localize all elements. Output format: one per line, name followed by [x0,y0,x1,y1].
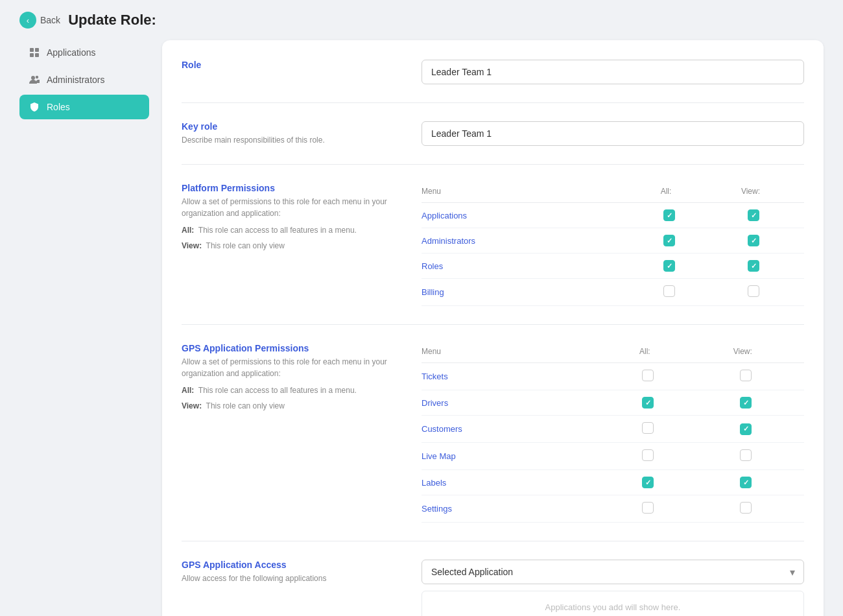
platform-col-menu: Menu [422,183,635,203]
gps-access-description: Allow access for the following applicati… [182,573,402,584]
view-drivers[interactable] [688,390,804,416]
checkbox-view-drivers[interactable] [740,397,752,409]
sidebar-roles-label: Roles [47,102,70,112]
role-input[interactable] [422,60,804,84]
all-labels[interactable] [608,470,687,495]
checkbox-view-roles[interactable] [748,260,759,272]
checkbox-all-applications[interactable] [663,209,675,221]
gps-hint-all: All: This role can access to all feature… [182,386,402,395]
view-tickets[interactable] [688,363,804,390]
checkbox-all-roles[interactable] [663,260,675,272]
checkbox-all-customers[interactable] [642,422,654,434]
svg-rect-3 [35,53,39,57]
key-role-section: Key role Describe main responsibilities … [182,121,804,165]
platform-permissions-section: Platform Permissions Allow a set of perm… [182,183,804,325]
gps-access-controls: Selected Application Applications you ad… [422,560,804,616]
sidebar: Applications Administrators Roles [19,40,149,616]
gps-hint-view: View: This role can only view [182,401,402,410]
all-tickets[interactable] [608,363,687,390]
menu-settings: Settings [422,495,608,523]
all-administrators[interactable] [635,228,704,254]
users-icon [29,74,40,86]
back-label: Back [40,15,60,25]
all-customers[interactable] [608,416,687,443]
all-applications[interactable] [635,203,704,228]
key-role-description: Describe main responsibilities of this r… [182,134,402,146]
table-row: Drivers [422,390,804,416]
table-row: Labels [422,470,804,495]
checkbox-view-applications[interactable] [748,209,759,221]
table-row: Applications [422,203,804,228]
menu-administrators: Administrators [422,228,635,254]
all-livemap[interactable] [608,443,687,470]
gps-permissions-table-area: Menu All: View: Tickets Drivers [422,343,804,523]
sidebar-item-roles[interactable]: Roles [19,95,149,119]
selected-application-select[interactable]: Selected Application [422,560,804,584]
view-applications[interactable] [704,203,804,228]
checkbox-view-livemap[interactable] [740,449,752,461]
view-settings[interactable] [688,495,804,523]
view-roles[interactable] [704,254,804,279]
view-customers[interactable] [688,416,804,443]
checkbox-all-tickets[interactable] [642,370,654,381]
platform-col-all: All: [635,183,704,203]
table-row: Customers [422,416,804,443]
menu-roles: Roles [422,254,635,279]
checkbox-all-labels[interactable] [642,477,654,488]
all-billing[interactable] [635,279,704,306]
checkbox-all-livemap[interactable] [642,449,654,461]
sidebar-administrators-label: Administrators [47,75,104,85]
svg-point-5 [36,76,38,78]
key-role-label: Key role [182,121,402,132]
menu-livemap: Live Map [422,443,608,470]
checkbox-view-settings[interactable] [740,502,752,514]
platform-hint-all: All: This role can access to all feature… [182,226,402,235]
back-button[interactable]: ‹ Back [19,12,60,29]
checkbox-view-tickets[interactable] [740,370,752,381]
checkbox-view-labels[interactable] [740,477,752,488]
checkbox-view-billing[interactable] [748,285,759,297]
back-circle-icon: ‹ [19,12,36,29]
table-row: Administrators [422,228,804,254]
key-role-label-area: Key role Describe main responsibilities … [182,121,402,146]
sidebar-applications-label: Applications [47,47,96,58]
menu-billing: Billing [422,279,635,306]
role-label: Role [182,60,402,70]
sidebar-item-applications[interactable]: Applications [19,40,149,65]
role-label-area: Role [182,60,402,84]
all-settings[interactable] [608,495,687,523]
menu-drivers: Drivers [422,390,608,416]
sidebar-item-administrators[interactable]: Administrators [19,67,149,92]
main-layout: Applications Administrators Roles [0,40,843,616]
apps-placeholder: Applications you add will show here. [422,591,804,616]
checkbox-all-administrators[interactable] [663,235,675,246]
svg-point-4 [31,76,35,80]
table-row: Tickets [422,363,804,390]
gps-access-label: GPS Application Access [182,560,402,570]
all-roles[interactable] [635,254,704,279]
checkbox-all-drivers[interactable] [642,397,654,409]
gps-col-view: View: [688,343,804,363]
checkbox-all-settings[interactable] [642,502,654,514]
gps-col-all: All: [608,343,687,363]
gps-access-label-area: GPS Application Access Allow access for … [182,560,402,616]
checkbox-view-customers[interactable] [740,423,752,435]
view-livemap[interactable] [688,443,804,470]
table-row: Settings [422,495,804,523]
content-area: Role Key role Describe main responsibili… [162,40,824,616]
all-drivers[interactable] [608,390,687,416]
view-billing[interactable] [704,279,804,306]
table-row: Billing [422,279,804,306]
view-administrators[interactable] [704,228,804,254]
platform-permissions-table-area: Menu All: View: Applications Administrat [422,183,804,306]
top-bar: ‹ Back Update Role: [0,0,843,40]
key-role-input[interactable] [422,121,804,146]
view-labels[interactable] [688,470,804,495]
table-row: Live Map [422,443,804,470]
gps-permissions-table: Menu All: View: Tickets Drivers [422,343,804,523]
checkbox-view-administrators[interactable] [748,235,759,246]
checkbox-all-billing[interactable] [663,285,675,297]
role-section: Role [182,60,804,103]
page-title: Update Role: [68,12,156,29]
svg-rect-2 [30,53,34,57]
